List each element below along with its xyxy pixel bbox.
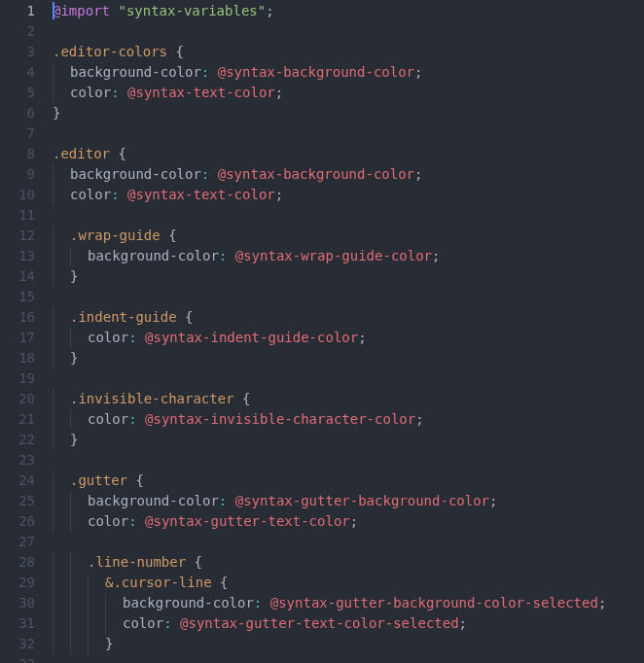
token-punct: ; <box>275 187 283 202</box>
line-number[interactable]: 33 <box>0 654 43 663</box>
indent-guide <box>70 328 88 348</box>
line-number[interactable]: 6 <box>0 103 43 123</box>
line-number[interactable]: 5 <box>0 83 43 103</box>
token-brace: { <box>118 146 125 161</box>
code-line[interactable] <box>53 205 644 226</box>
line-number[interactable]: 15 <box>0 287 43 307</box>
token-punct <box>234 391 242 406</box>
line-number[interactable]: 20 <box>0 389 43 409</box>
line-number[interactable]: 23 <box>0 450 43 471</box>
code-line[interactable]: .editor { <box>53 144 644 164</box>
line-number[interactable]: 9 <box>0 164 43 185</box>
line-number[interactable]: 26 <box>0 511 43 532</box>
line-number[interactable]: 27 <box>0 532 43 552</box>
code-line[interactable]: background-color: @syntax-background-col… <box>53 164 644 185</box>
line-number[interactable]: 25 <box>0 491 43 511</box>
code-line[interactable] <box>53 532 644 552</box>
line-number[interactable]: 32 <box>0 634 43 654</box>
indent-guide <box>105 593 123 613</box>
line-number[interactable]: 29 <box>0 573 43 593</box>
token-var: @syntax-background-color <box>218 64 414 80</box>
code-line[interactable]: color: @syntax-gutter-text-color; <box>53 511 644 532</box>
code-line[interactable] <box>53 450 644 471</box>
line-number[interactable]: 14 <box>0 266 43 287</box>
line-number[interactable]: 8 <box>0 144 43 164</box>
code-line[interactable]: background-color: @syntax-wrap-guide-col… <box>53 246 644 266</box>
code-line[interactable]: color: @syntax-indent-guide-color; <box>53 328 644 348</box>
line-number[interactable]: 3 <box>0 42 43 62</box>
line-number[interactable]: 21 <box>0 409 43 430</box>
code-line[interactable] <box>53 654 644 663</box>
line-number[interactable]: 19 <box>0 368 43 389</box>
line-number[interactable]: 13 <box>0 246 43 266</box>
line-number[interactable]: 31 <box>0 613 43 634</box>
line-number[interactable]: 30 <box>0 593 43 613</box>
line-number[interactable]: 4 <box>0 62 43 83</box>
line-number[interactable]: 28 <box>0 552 43 573</box>
code-line[interactable]: .invisible-character { <box>53 389 644 409</box>
token-prop: background-color <box>123 595 254 611</box>
token-brace: { <box>168 227 176 243</box>
code-line[interactable]: } <box>53 103 644 123</box>
token-punct <box>137 411 145 427</box>
line-number-gutter[interactable]: 1234567891011121314151617181920212223242… <box>0 0 43 663</box>
token-colon: : <box>128 330 136 345</box>
code-line[interactable]: } <box>53 430 644 450</box>
indent-guide <box>70 634 88 654</box>
code-line[interactable] <box>53 287 644 307</box>
code-line[interactable] <box>53 21 644 42</box>
token-punct: ; <box>415 411 423 427</box>
line-number[interactable]: 16 <box>0 307 43 328</box>
token-brace: } <box>70 350 78 366</box>
code-line[interactable]: .indent-guide { <box>53 307 644 328</box>
code-line[interactable]: .wrap-guide { <box>53 226 644 246</box>
line-number[interactable]: 18 <box>0 348 43 368</box>
token-class: .line-number <box>88 554 186 570</box>
line-number[interactable]: 24 <box>0 471 43 491</box>
code-line[interactable]: } <box>53 266 644 287</box>
line-number[interactable]: 1 <box>0 1 43 21</box>
code-line[interactable]: color: @syntax-invisible-character-color… <box>53 409 644 430</box>
token-punct <box>120 85 127 100</box>
code-line[interactable] <box>53 368 644 389</box>
indent-guide <box>105 613 123 634</box>
code-line[interactable]: color: @syntax-text-color; <box>53 83 644 103</box>
line-number[interactable]: 11 <box>0 205 43 226</box>
code-line[interactable]: .gutter { <box>53 471 644 491</box>
indent-guide <box>53 409 70 430</box>
token-punct: ; <box>358 330 366 345</box>
token-brace: { <box>220 575 228 590</box>
code-line[interactable] <box>53 123 644 144</box>
token-var: @syntax-background-color <box>218 166 414 182</box>
code-line[interactable]: background-color: @syntax-gutter-backgro… <box>53 593 644 613</box>
token-class: .editor-colors <box>53 44 167 59</box>
code-line[interactable]: } <box>53 634 644 654</box>
code-line[interactable]: } <box>53 348 644 368</box>
indent-guide <box>88 593 105 613</box>
token-prop: color <box>123 615 163 631</box>
code-line[interactable]: background-color: @syntax-background-col… <box>53 62 644 83</box>
token-punct <box>227 493 234 508</box>
token-punct: ; <box>350 513 358 529</box>
token-var: @syntax-wrap-guide-color <box>235 248 432 263</box>
code-line[interactable]: @import "syntax-variables"; <box>53 1 644 21</box>
code-line[interactable]: .line-number { <box>53 552 644 573</box>
code-editor[interactable]: 1234567891011121314151617181920212223242… <box>0 0 644 663</box>
line-number[interactable]: 10 <box>0 185 43 205</box>
code-line[interactable]: color: @syntax-gutter-text-color-selecte… <box>53 613 644 634</box>
token-prop: background-color <box>70 166 201 182</box>
code-line[interactable]: background-color: @syntax-gutter-backgro… <box>53 491 644 511</box>
indent-guide <box>88 573 105 593</box>
token-punct <box>137 513 145 529</box>
line-number[interactable]: 17 <box>0 328 43 348</box>
line-number[interactable]: 2 <box>0 21 43 42</box>
code-area[interactable]: @import "syntax-variables";.editor-color… <box>43 0 644 663</box>
indent-guide <box>70 409 88 430</box>
code-line[interactable]: .editor-colors { <box>53 42 644 62</box>
token-brace: } <box>105 636 113 651</box>
line-number[interactable]: 22 <box>0 430 43 450</box>
line-number[interactable]: 7 <box>0 123 43 144</box>
code-line[interactable]: color: @syntax-text-color; <box>53 185 644 205</box>
line-number[interactable]: 12 <box>0 226 43 246</box>
code-line[interactable]: &.cursor-line { <box>53 573 644 593</box>
